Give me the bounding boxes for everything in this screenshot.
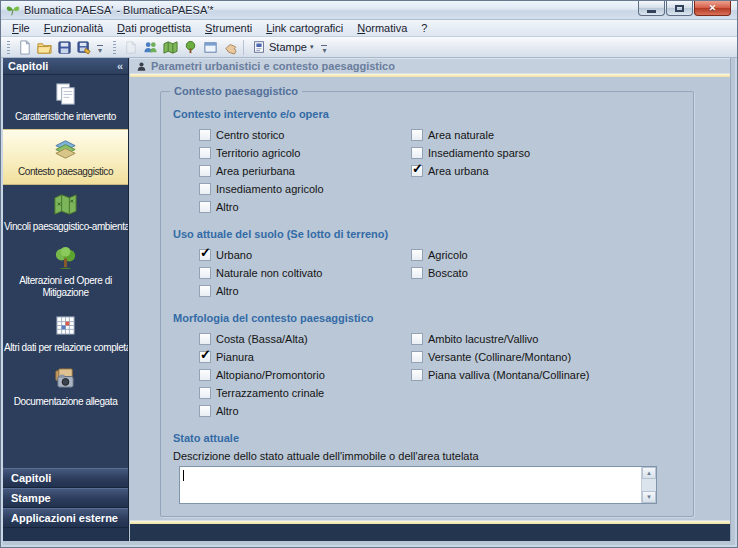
checkbox-area-naturale[interactable]: ✓ Area naturale	[411, 126, 530, 144]
section-heading: Contesto intervento e/o opera	[173, 108, 681, 120]
close-icon: ✕	[709, 3, 717, 13]
table-icon	[52, 312, 79, 339]
panel-button-capitoli[interactable]: Capitoli	[3, 468, 128, 488]
dropdown-arrow-icon: ▾	[310, 43, 314, 51]
checkbox-centro-storico[interactable]: ✓ Centro storico	[199, 126, 411, 144]
checkbox-area-urbana[interactable]: ✓ Area urbana	[411, 162, 530, 180]
green-map-icon	[52, 191, 79, 218]
sidebar-item-label: Caratteristiche intervento	[4, 111, 127, 122]
vertical-scrollbar[interactable]: ▲ ▼	[641, 467, 656, 503]
documents-icon	[52, 81, 79, 108]
checkbox-label: Territorio agricolo	[216, 147, 300, 159]
sidebar-item-caratteristiche-intervento[interactable]: Caratteristiche intervento	[3, 75, 128, 129]
toolbar-overflow-button[interactable]: ▾	[318, 45, 330, 53]
map-icon	[163, 40, 178, 55]
map-button[interactable]	[160, 38, 180, 56]
save-button[interactable]	[54, 38, 74, 56]
checkbox-altopiano-promontorio[interactable]: ✓ Altopiano/Promontorio	[199, 366, 411, 384]
menu-help[interactable]: ?	[414, 21, 434, 35]
users-icon	[143, 40, 158, 55]
stampe-button[interactable]: Stampe ▾	[247, 38, 318, 56]
toolbar-grip[interactable]	[7, 41, 10, 54]
paste-button[interactable]	[120, 38, 140, 56]
maximize-button[interactable]	[666, 1, 693, 16]
save-as-icon	[77, 40, 92, 55]
menu-normativa[interactable]: Normativa	[350, 21, 414, 35]
menu-dati-progettista[interactable]: Dati progettista	[110, 21, 198, 35]
checkbox-box: ✓	[411, 165, 423, 177]
panel-button-stampe[interactable]: Stampe	[3, 488, 128, 508]
checkbox-area-periurbana[interactable]: ✓ Area periurbana	[199, 162, 411, 180]
scroll-up-icon[interactable]: ▲	[642, 467, 656, 479]
checkbox-altro-contesto[interactable]: ✓ Altro	[199, 198, 411, 216]
checkbox-label: Insediamento sparso	[428, 147, 530, 159]
sidebar-item-altri-dati-relazione-completa[interactable]: Altri dati per relazione completa	[3, 306, 128, 360]
checkbox-box: ✓	[199, 165, 211, 177]
toolbar: ▾	[1, 37, 737, 58]
checkbox-box: ✓	[411, 351, 423, 363]
checkbox-insediamento-agricolo[interactable]: ✓ Insediamento agricolo	[199, 180, 411, 198]
sidebar-item-alterazioni-opere-mitigazione[interactable]: Alterazioni ed Opere di Mitigazione	[3, 239, 128, 306]
toolbar-group-tools: Stampe ▾ ▾	[109, 37, 333, 57]
checkbox-piana-valliva[interactable]: ✓ Piana valliva (Montana/Collinare)	[411, 366, 589, 384]
menu-strumenti[interactable]: Strumenti	[198, 21, 259, 35]
hand-button[interactable]	[220, 38, 240, 56]
checkbox-label: Versante (Collinare/Montano)	[428, 351, 571, 363]
new-document-button[interactable]	[14, 38, 34, 56]
checkbox-urbano[interactable]: ✓ Urbano	[199, 246, 411, 264]
sidebar-spacer	[3, 414, 128, 468]
person-icon	[136, 61, 147, 72]
checkbox-box: ✓	[411, 369, 423, 381]
sidebar-item-label: Documentazione allegata	[4, 396, 127, 407]
tree-icon	[183, 40, 198, 55]
checkbox-costa[interactable]: ✓ Costa (Bassa/Alta)	[199, 330, 411, 348]
toolbar-overflow-button[interactable]: ▾	[94, 45, 106, 53]
minimize-icon	[647, 10, 656, 13]
checkbox-ambito-lacustre-vallivo[interactable]: ✓ Ambito lacustre/Vallivo	[411, 330, 589, 348]
sidebar-item-documentazione-allegata[interactable]: Documentazione allegata	[3, 360, 128, 414]
checkbox-label: Costa (Bassa/Alta)	[216, 333, 308, 345]
checkbox-territorio-agricolo[interactable]: ✓ Territorio agricolo	[199, 144, 411, 162]
page-title: Parametri urbanistici e contesto paesagg…	[151, 60, 395, 72]
users-button[interactable]	[140, 38, 160, 56]
checkbox-altro-uso[interactable]: ✓ Altro	[199, 282, 411, 300]
open-button[interactable]	[34, 38, 54, 56]
stato-attuale-textarea[interactable]: ▲ ▼	[179, 466, 657, 504]
check-icon: ✓	[412, 161, 423, 176]
menu-link-cartografici[interactable]: Link cartografici	[259, 21, 350, 35]
sidebar-item-contesto-paesaggistico[interactable]: Contesto paesaggistico	[3, 129, 128, 185]
window-preview-button[interactable]	[200, 38, 220, 56]
checkbox-box: ✓	[411, 129, 423, 141]
menu-funzionalita[interactable]: Funzionalità	[37, 21, 110, 35]
checkbox-versante-collinare-montano[interactable]: ✓ Versante (Collinare/Montano)	[411, 348, 589, 366]
checkbox-altro-morfologia[interactable]: ✓ Altro	[199, 402, 411, 420]
checkbox-box: ✓	[199, 129, 211, 141]
checkbox-box: ✓	[199, 147, 211, 159]
tree-button[interactable]	[180, 38, 200, 56]
menu-file[interactable]: File	[5, 21, 37, 35]
checkbox-boscato[interactable]: ✓ Boscato	[411, 264, 468, 282]
content-area: Contesto paesaggistico Contesto interven…	[130, 77, 730, 520]
camera-icon	[52, 366, 79, 393]
title-bar[interactable]: Blumatica PAESA' - BlumaticaPAESA'* ✕	[1, 1, 737, 20]
save-icon	[57, 40, 72, 55]
toolbar-grip[interactable]	[113, 41, 116, 54]
collapse-sidebar-icon[interactable]: «	[117, 60, 123, 72]
application-window: Blumatica PAESA' - BlumaticaPAESA'* ✕ Fi…	[0, 0, 738, 548]
checkbox-insediamento-sparso[interactable]: ✓ Insediamento sparso	[411, 144, 530, 162]
close-button[interactable]: ✕	[694, 1, 731, 16]
panel-button-applicazioni-esterne[interactable]: Applicazioni esterne	[3, 508, 128, 528]
save-as-button[interactable]	[74, 38, 94, 56]
checkbox-label: Centro storico	[216, 129, 284, 141]
checkbox-label: Altro	[216, 285, 239, 297]
checkbox-naturale-non-coltivato[interactable]: ✓ Naturale non coltivato	[199, 264, 411, 282]
checkbox-box: ✓	[199, 387, 211, 399]
report-icon	[252, 40, 266, 54]
checkbox-pianura[interactable]: ✓ Pianura	[199, 348, 411, 366]
checkbox-agricolo[interactable]: ✓ Agricolo	[411, 246, 468, 264]
checkbox-terrazzamento-crinale[interactable]: ✓ Terrazzamento crinale	[199, 384, 411, 402]
sidebar-item-vincoli-paesaggistico-ambientali[interactable]: Vincoli paesaggistico-ambientali	[3, 185, 128, 239]
minimize-button[interactable]	[638, 1, 665, 16]
scroll-down-icon[interactable]: ▼	[642, 491, 656, 503]
maximize-icon	[675, 5, 684, 12]
